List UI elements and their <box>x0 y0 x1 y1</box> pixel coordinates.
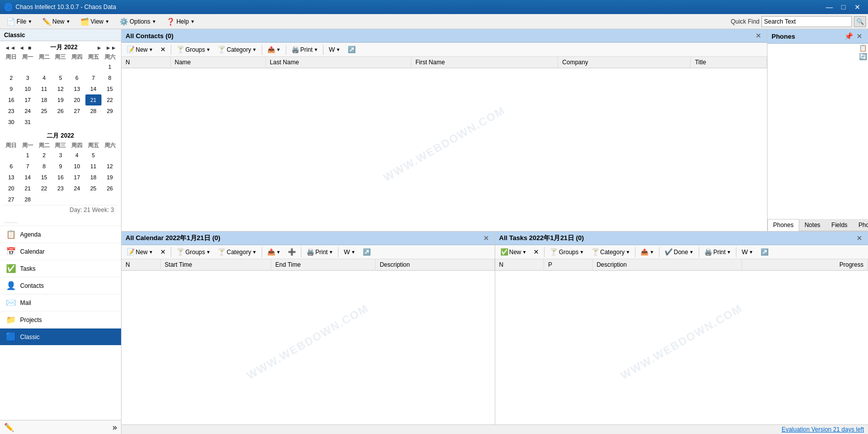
tasks-delete-button[interactable]: ✕ <box>530 247 542 257</box>
cal-print-button[interactable]: 🖨️ Print ▼ <box>303 247 337 257</box>
cal1-day-cell[interactable]: 12 <box>52 83 69 94</box>
phones-panel-close-button[interactable]: ✕ <box>855 32 864 41</box>
cal1-day-cell[interactable]: 23 <box>3 105 20 117</box>
cal1-day-cell[interactable]: 28 <box>85 105 102 117</box>
maximize-button[interactable]: □ <box>837 2 850 12</box>
month1-next-next-button[interactable]: ►► <box>104 44 118 51</box>
cal1-day-cell[interactable]: 10 <box>20 83 36 94</box>
cal1-day-cell[interactable]: 15 <box>101 83 118 94</box>
cal1-day-cell[interactable]: 7 <box>85 72 102 83</box>
phones-import-icon[interactable]: 📋 <box>859 44 867 52</box>
cal1-day-cell[interactable]: 31 <box>20 117 36 128</box>
cal2-day-cell[interactable]: 7 <box>20 161 36 172</box>
cal1-day-cell[interactable]: 21 <box>85 94 102 105</box>
sidebar-item-mail[interactable]: ✉️ Mail <box>0 294 121 311</box>
pin-icon[interactable]: 📌 <box>843 31 854 41</box>
phones-tab-phones[interactable]: Phones <box>768 219 799 231</box>
tasks-groups-button[interactable]: 🍸 Groups ▼ <box>547 247 587 257</box>
phones-tab-photo[interactable]: Photo <box>853 219 868 231</box>
expand-sidebar-icon[interactable]: » <box>113 423 117 432</box>
cal1-day-cell[interactable]: 16 <box>3 94 20 105</box>
cal1-day-cell[interactable]: 6 <box>69 72 85 83</box>
cal2-day-cell[interactable]: 25 <box>85 183 102 194</box>
cal-add-button[interactable]: ➕ <box>285 247 299 257</box>
cal1-day-cell[interactable]: 26 <box>52 105 69 117</box>
cal1-day-cell[interactable]: 9 <box>3 83 20 94</box>
cal-export-button[interactable]: ↗️ <box>360 247 374 257</box>
close-button[interactable]: ✕ <box>851 2 864 12</box>
cal-new-button[interactable]: 📝 New ▼ <box>124 247 156 257</box>
cal2-day-cell[interactable]: 4 <box>69 150 85 161</box>
cal1-day-cell[interactable]: 30 <box>3 117 20 128</box>
contacts-print-button[interactable]: 🖨️ Print ▼ <box>288 44 321 55</box>
cal2-day-cell[interactable]: 11 <box>85 161 102 172</box>
sidebar-item-classic[interactable]: 🟦 Classic <box>0 329 121 346</box>
tasks-category-button[interactable]: 🍸 Category ▼ <box>588 247 633 257</box>
cal2-day-cell[interactable]: 26 <box>101 183 118 194</box>
cal-delete-button[interactable]: ✕ <box>157 247 169 257</box>
tasks-word-button[interactable]: W ▼ <box>738 247 756 257</box>
cal1-day-cell[interactable]: 18 <box>36 94 52 105</box>
tasks-done-button[interactable]: ✔️ Done ▼ <box>662 247 697 257</box>
contacts-word-button[interactable]: W ▼ <box>325 44 343 55</box>
menu-help[interactable]: ❓ Help ▼ <box>162 16 199 28</box>
cal2-day-cell[interactable]: 21 <box>20 183 36 194</box>
cal1-day-cell[interactable]: 2 <box>3 72 20 83</box>
cal2-day-cell[interactable]: 24 <box>69 183 85 194</box>
contacts-delete-button[interactable]: ✕ <box>157 44 169 55</box>
cal1-day-cell[interactable]: 20 <box>69 94 85 105</box>
cal2-day-cell[interactable]: 9 <box>52 161 69 172</box>
contacts-send-button[interactable]: 📤 ▼ <box>264 44 284 55</box>
cal1-day-cell[interactable]: 13 <box>69 83 85 94</box>
menu-file[interactable]: 📄 File ▼ <box>2 16 37 28</box>
cal1-day-cell[interactable]: 17 <box>20 94 36 105</box>
minimize-button[interactable]: — <box>823 2 836 12</box>
cal2-day-cell[interactable]: 19 <box>101 172 118 183</box>
contacts-category-button[interactable]: 🍸 Category ▼ <box>214 44 260 55</box>
cal1-day-cell[interactable]: 25 <box>36 105 52 117</box>
cal1-day-cell[interactable]: 8 <box>101 72 118 83</box>
menu-options[interactable]: ⚙️ Options ▼ <box>115 16 161 28</box>
cal1-day-cell[interactable]: 14 <box>85 83 102 94</box>
cal2-day-cell[interactable]: 2 <box>36 150 52 161</box>
cal2-day-cell[interactable]: 3 <box>52 150 69 161</box>
contacts-new-button[interactable]: 📝 New ▼ <box>124 44 156 55</box>
tasks-export-button[interactable]: ↗️ <box>757 247 772 257</box>
tasks-print-button[interactable]: 🖨️ Print ▼ <box>701 247 734 257</box>
cal-groups-button[interactable]: 🍸 Groups ▼ <box>173 247 213 257</box>
cal2-day-cell[interactable]: 28 <box>20 194 36 205</box>
menu-new[interactable]: ✏️ New ▼ <box>38 16 75 28</box>
cal2-day-cell[interactable]: 22 <box>36 183 52 194</box>
contacts-export-button[interactable]: ↗️ <box>345 44 359 55</box>
month1-today-button[interactable]: ■ <box>27 44 33 51</box>
cal1-day-cell[interactable]: 19 <box>52 94 69 105</box>
cal2-day-cell[interactable]: 1 <box>20 150 36 161</box>
cal2-day-cell[interactable]: 20 <box>3 183 20 194</box>
cal2-day-cell[interactable]: 27 <box>3 194 20 205</box>
cal2-day-cell[interactable]: 18 <box>85 172 102 183</box>
phones-refresh-icon[interactable]: 🔄 <box>859 53 867 60</box>
cal2-day-cell[interactable]: 5 <box>85 150 102 161</box>
cal1-day-cell[interactable]: 11 <box>36 83 52 94</box>
tasks-new-button[interactable]: ✅ New ▼ <box>497 247 530 257</box>
cal-send-button[interactable]: 📤 ▼ <box>264 247 284 257</box>
cal1-day-cell[interactable]: 5 <box>52 72 69 83</box>
sidebar-item-contacts[interactable]: 👤 Contacts <box>0 277 121 294</box>
cal1-day-cell[interactable]: 24 <box>20 105 36 117</box>
cal2-day-cell[interactable]: 16 <box>52 172 69 183</box>
cal2-day-cell[interactable]: 15 <box>36 172 52 183</box>
status-bar-link[interactable]: Evaluation Version 21 days left <box>782 426 864 433</box>
tasks-panel-close-button[interactable]: ✕ <box>855 234 864 243</box>
cal2-day-cell[interactable]: 23 <box>52 183 69 194</box>
cal2-day-cell[interactable]: 14 <box>20 172 36 183</box>
tasks-send-button[interactable]: 📤 ▼ <box>637 247 657 257</box>
cal2-day-cell[interactable]: 8 <box>36 161 52 172</box>
sidebar-item-tasks[interactable]: ✅ Tasks <box>0 260 121 277</box>
cal2-day-cell[interactable]: 10 <box>69 161 85 172</box>
month1-prev-prev-button[interactable]: ◄◄ <box>3 44 17 51</box>
menu-view[interactable]: 🗂️ View ▼ <box>76 16 114 28</box>
cal2-day-cell[interactable]: 13 <box>3 172 20 183</box>
calendar-panel-close-button[interactable]: ✕ <box>482 234 491 243</box>
cal1-day-cell[interactable]: 1 <box>101 61 118 72</box>
cal2-day-cell[interactable]: 12 <box>101 161 118 172</box>
